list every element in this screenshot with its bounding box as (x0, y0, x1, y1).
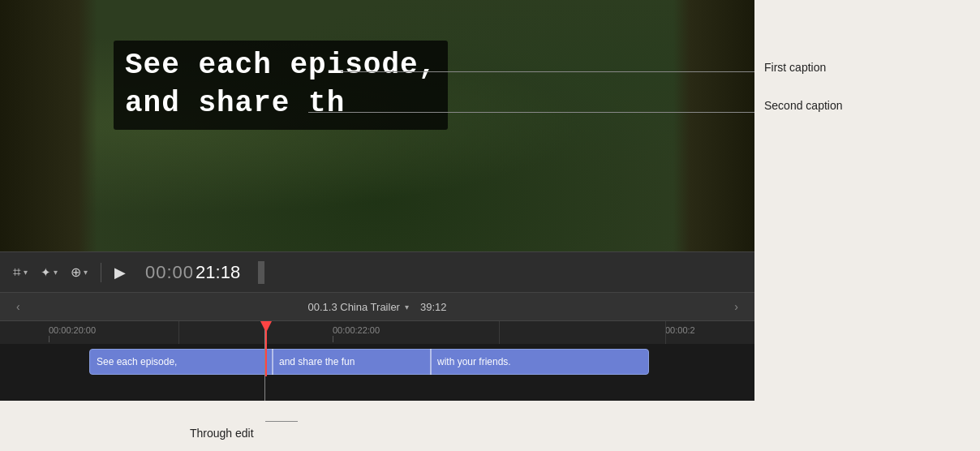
crop-chevron: ▾ (24, 268, 28, 277)
ruler-sep-1 (178, 321, 179, 344)
crop-icon: ⌗ (13, 264, 21, 281)
nav-title-area: 00.1.3 China Trailer ▾ 39:12 (27, 301, 729, 313)
timecode-current: 21:18 (196, 262, 240, 283)
first-caption-label: First caption (764, 61, 826, 74)
ruler-time-3: 00:00:2 (665, 325, 695, 335)
caption-divider-1 (272, 349, 273, 375)
nav-left-arrow[interactable]: ‹ (10, 300, 27, 313)
transform-icon: ✦ (41, 265, 51, 280)
second-caption-line (308, 112, 754, 113)
ruler-time-2: 00:00:22:00 (333, 325, 380, 335)
nav-right-arrow[interactable]: › (728, 300, 745, 313)
crop-tool-button[interactable]: ⌗ ▾ (13, 264, 28, 281)
ruler-sep-3 (665, 321, 666, 344)
tree-left-silhouette (0, 0, 97, 251)
first-caption-line (341, 71, 754, 72)
transform-chevron: ▾ (54, 268, 58, 277)
ruler-sep-2 (499, 321, 500, 344)
play-button[interactable]: ▶ (114, 264, 126, 281)
timeline[interactable]: 00:00:20:00 00:00:22:00 00:00:2 See each… (0, 321, 754, 402)
speed-chevron: ▾ (84, 268, 88, 277)
nav-title-chevron[interactable]: ▾ (405, 303, 409, 311)
ruler-mark-2: 00:00:22:00 (333, 321, 380, 344)
timeline-ruler: 00:00:20:00 00:00:22:00 00:00:2 (0, 321, 754, 344)
through-edit-h-line (265, 421, 298, 422)
caption-divider-2 (430, 349, 432, 375)
right-panel-bottom (754, 251, 980, 451)
toolbar-divider (101, 263, 101, 282)
toolbar: ⌗ ▾ ✦ ▾ ⊕ ▾ ▶ 00:00 21:18 (0, 251, 754, 292)
ruler-time-1: 00:00:20:00 (49, 325, 96, 335)
ruler-mark-1: 00:00:20:00 (49, 321, 96, 344)
through-edit-label-area: Through edit (0, 401, 754, 451)
caption-overlay: See each episode, and share th (114, 41, 448, 130)
speed-icon: ⊕ (71, 264, 81, 280)
caption-line-1: See each episode, (125, 47, 436, 85)
ruler-tick-1 (49, 336, 49, 342)
transform-tool-button[interactable]: ✦ ▾ (41, 265, 58, 280)
caption-track: See each episode, and share the fun with… (0, 347, 754, 376)
video-preview: See each episode, and share th (0, 0, 754, 251)
annotation-panel: First caption Second caption (754, 0, 980, 251)
through-edit-label: Through edit (190, 427, 254, 440)
timecode-zero: 00:00 (145, 262, 194, 283)
caption-clip[interactable]: See each episode, (89, 349, 649, 375)
timecode-display: 00:00 21:18 (145, 262, 240, 283)
playhead[interactable] (265, 321, 267, 376)
speed-tool-button[interactable]: ⊕ ▾ (71, 264, 88, 280)
timecode-bar (258, 261, 264, 284)
nav-duration: 39:12 (420, 301, 447, 313)
second-caption-label: Second caption (764, 99, 843, 112)
caption-line-2: and share th (125, 85, 436, 123)
ruler-tick-2 (333, 336, 333, 342)
ruler-mark-3: 00:00:2 (665, 321, 695, 344)
caption-clip-text-1: See each episode, (90, 356, 183, 367)
nav-bar: ‹ 00.1.3 China Trailer ▾ 39:12 › (0, 292, 754, 321)
nav-title-text: 00.1.3 China Trailer (308, 301, 400, 313)
tree-right-silhouette (673, 0, 754, 251)
